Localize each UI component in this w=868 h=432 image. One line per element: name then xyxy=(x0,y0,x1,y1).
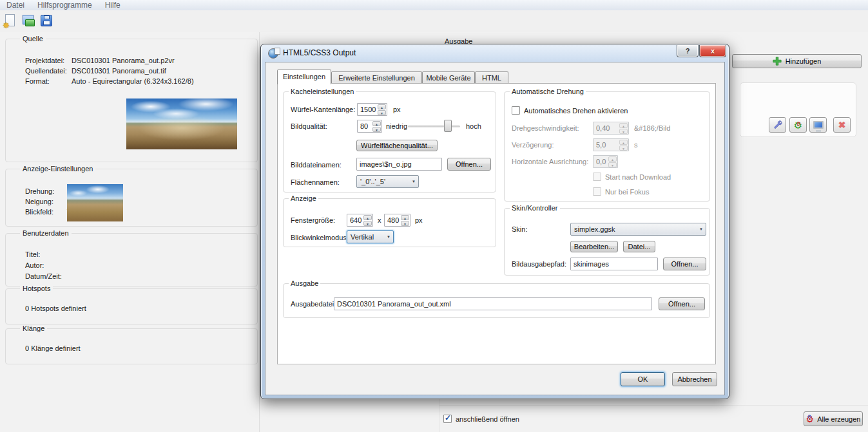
panel-divider xyxy=(259,32,260,432)
quality-low-label: niedrig xyxy=(386,122,407,130)
delete-x-icon: ✖ xyxy=(838,120,846,130)
generate-all-label: Alle erzeugen xyxy=(817,415,860,423)
save-project-button[interactable] xyxy=(39,14,53,28)
spin-up-icon: ▲ xyxy=(608,156,617,162)
preview-output-button[interactable] xyxy=(809,117,827,133)
image-output-path-input[interactable]: skinimages xyxy=(570,258,658,270)
rotation-speed-unit: &#186;/Bild xyxy=(634,124,670,132)
generate-output-button[interactable]: ⚙⚙ xyxy=(789,117,807,133)
spin-up-icon[interactable]: ▲ xyxy=(378,104,386,109)
output-format-box: ⚙⚙ ✖ xyxy=(740,82,856,137)
spin-up-icon: ▲ xyxy=(619,140,628,145)
focus-only-checkbox xyxy=(593,187,601,196)
rotation-speed-value: 0,40 xyxy=(596,124,610,132)
new-project-button[interactable]: ✸ xyxy=(3,14,17,28)
spin-up-icon[interactable]: ▲ xyxy=(372,121,381,126)
check-icon: ✓ xyxy=(445,413,451,422)
add-output-button[interactable]: Hinzufügen xyxy=(732,54,862,68)
quality-label: Bildqualität: xyxy=(291,122,327,130)
delete-output-button[interactable]: ✖ xyxy=(833,117,851,133)
ok-button[interactable]: OK xyxy=(621,372,665,386)
face-names-value: '_0'..'_5' xyxy=(360,178,385,185)
dialog-close-button[interactable]: x xyxy=(699,45,726,57)
bottom-separator xyxy=(439,405,868,406)
rotation-speed-label: Drehgeschwindigkeit: xyxy=(512,124,579,132)
face-names-combobox[interactable]: '_0'..'_5' ▼ xyxy=(356,175,419,188)
image-output-path-open-button[interactable]: Öffnen... xyxy=(663,258,706,270)
format-value: Auto - Equirectangular (6.324x3.162/8) xyxy=(72,76,194,86)
horizontal-alignment-label: Horizontale Ausrichtung: xyxy=(512,158,588,165)
skin-combobox[interactable]: simplex.ggsk ▼ xyxy=(570,223,706,236)
image-output-path-label: Bildausgabepfad: xyxy=(512,260,566,268)
cancel-label: Abbrechen xyxy=(677,375,711,383)
skin-file-label: Datei... xyxy=(628,243,651,250)
source-file-value: DSC010301 Panorama_out.tif xyxy=(72,66,166,76)
title-label: Titel: xyxy=(25,249,62,260)
cube-face-quality-button[interactable]: Würfelflächenqualität... xyxy=(356,140,438,151)
spin-down-icon[interactable]: ▼ xyxy=(363,221,372,226)
spin-down-icon[interactable]: ▼ xyxy=(372,127,381,132)
output-file-input[interactable]: DSC010301 Panorama_out_out.xml xyxy=(334,297,652,310)
rotation-speed-spinner: 0,40 ▲▼ xyxy=(593,122,629,135)
skin-edit-button[interactable]: Bearbeiten... xyxy=(570,241,618,252)
tab-erweiterte-einstellungen[interactable]: Erweiterte Einstellungen xyxy=(331,71,422,84)
spin-down-icon: ▼ xyxy=(619,129,628,134)
quality-slider-track[interactable] xyxy=(408,126,460,127)
dialog-help-button[interactable]: ? xyxy=(677,45,699,57)
panorama-preview-image xyxy=(126,99,237,149)
window-width-spinner[interactable]: 640 ▲▼ xyxy=(347,214,373,227)
settings-tab-panel: Kacheleinstellungen Würfel-Kantenlänge: … xyxy=(277,83,716,364)
sounds-group: Klänge 0 Klänge definiert xyxy=(5,328,258,364)
image-filenames-input[interactable]: images\$n_o.jpg xyxy=(356,158,442,171)
hotspots-group: Hotspots 0 Hotspots definiert xyxy=(5,288,258,324)
tab-html[interactable]: HTML xyxy=(475,71,508,84)
cube-edge-spinner[interactable]: 1500 ▲▼ xyxy=(357,103,387,116)
open-project-button[interactable] xyxy=(21,14,35,28)
monitor-icon xyxy=(813,121,824,129)
source-group: Quelle Projektdatei:DSC010301 Panorama_o… xyxy=(5,39,258,162)
spin-down-icon[interactable]: ▼ xyxy=(378,110,386,115)
display-settings-title: Anzeige-Einstellungen xyxy=(20,165,95,173)
edit-output-button[interactable] xyxy=(769,117,786,133)
cancel-button[interactable]: Abbrechen xyxy=(672,372,717,386)
hotspots-title: Hotspots xyxy=(20,285,53,292)
delay-label: Verzögerung: xyxy=(512,141,554,149)
focus-only-label: Nur bei Fokus xyxy=(605,188,649,196)
dialog-output-title: Ausgabe xyxy=(289,279,320,287)
window-height-spinner[interactable]: 480 ▲▼ xyxy=(384,214,410,227)
plus-icon xyxy=(773,57,782,66)
menu-hilfsprogramme[interactable]: Hilfsprogramme xyxy=(31,1,99,10)
enable-rotation-checkbox[interactable] xyxy=(512,106,520,115)
generate-all-button[interactable]: ⚙⚙ Alle erzeugen xyxy=(804,411,863,426)
dialog-titlebar[interactable]: HTML5/CSS3 Output ? x xyxy=(261,44,729,62)
menu-datei[interactable]: Datei xyxy=(0,1,31,10)
quality-value: 80 xyxy=(360,122,368,130)
menu-hilfe[interactable]: Hilfe xyxy=(99,1,127,10)
skin-file-button[interactable]: Datei... xyxy=(623,241,655,252)
close-x-icon: x xyxy=(711,47,715,55)
display-settings-group: Anzeige-Einstellungen Drehung:0,0 Neigun… xyxy=(5,169,258,227)
quality-spinner[interactable]: 80 ▲▼ xyxy=(357,120,382,133)
chevron-down-icon: ▼ xyxy=(412,180,416,183)
tab-einstellungen[interactable]: Einstellungen xyxy=(277,70,331,84)
cube-edge-value: 1500 xyxy=(360,106,376,113)
view-mode-combobox[interactable]: Vertikal ▼ xyxy=(347,230,394,243)
dialog-app-icon xyxy=(268,48,278,59)
open-after-checkbox[interactable]: ✓ xyxy=(443,415,452,423)
image-filenames-open-button[interactable]: Öffnen... xyxy=(447,158,491,171)
quality-slider-handle[interactable] xyxy=(444,120,452,132)
output-file-open-button[interactable]: Öffnen... xyxy=(659,297,705,310)
tab-mobile-geraete[interactable]: Mobile Geräte xyxy=(422,71,475,84)
gears-icon: ⚙⚙ xyxy=(794,120,802,130)
chevron-down-icon: ▼ xyxy=(699,227,703,231)
new-document-icon: ✸ xyxy=(3,14,17,28)
auto-rotation-group: Automatische Drehung Automatisches Drehe… xyxy=(504,91,710,202)
save-floppy-icon xyxy=(41,15,52,26)
output-file-label: Ausgabedatei: xyxy=(291,300,336,308)
image-filenames-label: Bilddateinamen: xyxy=(291,161,342,169)
spin-down-icon[interactable]: ▼ xyxy=(401,221,409,226)
display-group-title: Anzeige xyxy=(289,194,318,202)
spin-up-icon[interactable]: ▲ xyxy=(363,215,372,220)
skin-label: Skin: xyxy=(512,225,527,233)
spin-up-icon[interactable]: ▲ xyxy=(401,215,409,220)
